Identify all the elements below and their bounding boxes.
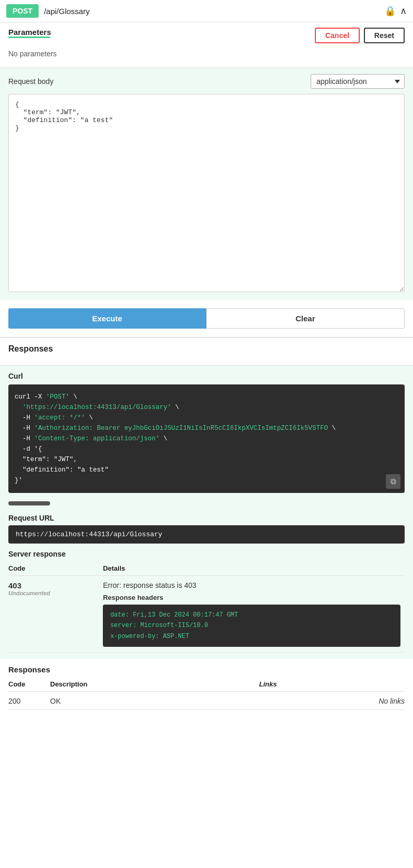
bottom-code-cell: 200 [8, 692, 50, 710]
curl-code-block: curl -X 'POST' \ 'https://localhost:4431… [8, 384, 405, 493]
responses-title: Responses [8, 344, 405, 354]
no-params-text: No parameters [8, 45, 405, 62]
execute-button[interactable]: Execute [8, 308, 206, 329]
content-type-select[interactable]: application/json text/plain application/… [311, 74, 405, 89]
request-url-label: Request URL [8, 514, 405, 522]
bottom-col-description-header: Description [50, 678, 259, 692]
responses-section: Responses [0, 337, 413, 365]
response-code-cell: 403 Undocumented [8, 576, 103, 653]
bottom-col-code-header: Code [8, 678, 50, 692]
params-title-group: Parameters [8, 28, 51, 43]
params-buttons: Cancel Reset [315, 28, 405, 43]
curl-scrollbar[interactable] [8, 501, 50, 505]
request-body-header: Request body application/json text/plain… [8, 74, 405, 89]
json-body-editor[interactable]: { "term": "JWT", "definition": "a test" … [8, 94, 405, 292]
curl-code-pre: curl -X 'POST' \ 'https://localhost:4431… [15, 392, 398, 486]
api-header: POST /api/Glossary 🔒 ∧ [0, 0, 413, 22]
server-response-label: Server response [8, 550, 405, 558]
col-details-header: Details [103, 562, 405, 576]
response-headers-block: date: Fri,13 Dec 2024 00:17:47 GMTserver… [103, 605, 400, 647]
request-url-block: https://localhost:44313/api/Glossary [8, 525, 405, 544]
table-row: 403 Undocumented Error: response status … [8, 576, 405, 653]
method-badge: POST [6, 4, 39, 18]
params-header: Parameters Cancel Reset [8, 28, 405, 43]
table-row: 200 OK No links [8, 692, 405, 710]
cancel-button[interactable]: Cancel [315, 28, 360, 43]
params-underline [8, 37, 50, 38]
bottom-responses-table: Code Description Links 200 OK No links [8, 678, 405, 710]
bottom-links-cell: No links [259, 692, 405, 710]
curl-section: Curl curl -X 'POST' \ 'https://localhost… [0, 366, 413, 659]
action-buttons: Execute Clear [8, 308, 405, 329]
endpoint-path: /api/Glossary [44, 7, 379, 16]
lock-icon[interactable]: 🔒 [384, 5, 396, 17]
bottom-responses-title: Responses [8, 665, 405, 674]
server-response-table: Code Details 403 Undocumented Error: res… [8, 562, 405, 653]
response-details-cell: Error: response status is 403 Response h… [103, 576, 405, 653]
col-code-header: Code [8, 562, 103, 576]
response-code: 403 [8, 581, 99, 590]
request-body-label: Request body [8, 77, 53, 86]
header-icons: 🔒 ∧ [384, 5, 407, 17]
parameters-section: Parameters Cancel Reset No parameters [0, 22, 413, 67]
undocumented-label: Undocumented [8, 590, 99, 596]
request-body-section: Request body application/json text/plain… [0, 68, 413, 300]
reset-button[interactable]: Reset [364, 28, 405, 43]
clear-button[interactable]: Clear [206, 308, 405, 329]
bottom-responses-section: Responses Code Description Links 200 OK … [0, 659, 413, 716]
copy-icon[interactable]: ⧉ [386, 474, 400, 489]
chevron-up-icon[interactable]: ∧ [400, 5, 407, 17]
error-text: Error: response status is 403 [103, 581, 400, 589]
curl-scrollbar-area [8, 499, 405, 510]
curl-label: Curl [8, 372, 405, 380]
params-title: Parameters [8, 28, 51, 37]
bottom-col-links-header: Links [259, 678, 405, 692]
response-headers-label: Response headers [103, 594, 400, 601]
bottom-description-cell: OK [50, 692, 259, 710]
